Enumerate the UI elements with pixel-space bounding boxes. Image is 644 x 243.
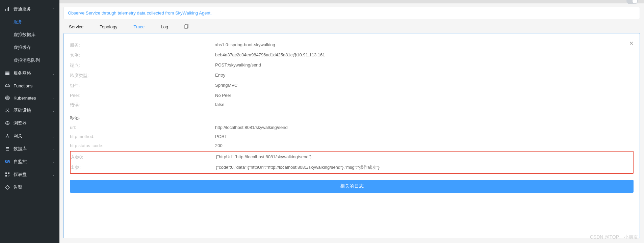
svg-point-9 [6, 111, 7, 112]
svg-point-13 [7, 134, 8, 135]
tag-row: url:http://localhost:8081/skywalking/sen… [70, 123, 634, 132]
chevron-down-icon: ⌄ [52, 72, 55, 75]
svg-rect-23 [9, 175, 9, 176]
tab-trace[interactable]: Trace [133, 24, 145, 29]
svg-rect-17 [6, 148, 9, 149]
svg-rect-5 [5, 74, 9, 75]
tag-row: http.method:POST [70, 132, 634, 141]
tab-service[interactable]: Service [69, 24, 83, 29]
sidebar-group-self-monitor[interactable]: SW 自监控 ⌄ [0, 155, 59, 168]
svg-rect-3 [5, 72, 9, 73]
copy-icon[interactable] [184, 24, 190, 29]
detail-row: Peer:No Peer [70, 91, 634, 100]
sidebar-group-kubernetes[interactable]: Kubernetes ⌄ [0, 92, 59, 104]
sidebar-group-infra[interactable]: 基础设施 ⌄ [0, 104, 59, 117]
svg-point-7 [6, 109, 7, 110]
info-banner: Observe Service through telemetry data c… [63, 7, 640, 19]
sidebar-group-database[interactable]: 数据库 ⌄ [0, 142, 59, 155]
param-row: 出参:{"code":0,"data":{"httpUrl":"http://l… [71, 162, 633, 172]
svg-rect-16 [6, 147, 9, 148]
layers-icon [5, 71, 10, 76]
tab-log[interactable]: Log [161, 24, 168, 29]
sidebar-item-alarm[interactable]: 告警 [0, 181, 59, 194]
main-content: Observe Service through telemetry data c… [59, 0, 644, 243]
top-strip [59, 0, 644, 3]
detail-row: 实例:beb4a37ac2c34ea984796ad1d425a81c@10.9… [70, 50, 634, 60]
sw-icon: SW [5, 159, 10, 164]
sidebar-item-functions[interactable]: Functions [0, 80, 59, 92]
trace-detail-panel: ✕ 服务:xhs1.0::spring-boot-skywalking 实例:b… [63, 33, 640, 238]
chevron-down-icon: ⌄ [52, 147, 55, 151]
detail-row: 服务:xhs1.0::spring-boot-skywalking [70, 40, 629, 50]
cloud-icon [5, 83, 10, 88]
tags-title: 标记. [70, 110, 634, 123]
tag-row: http.status_code:200 [70, 141, 634, 150]
svg-rect-1 [7, 8, 7, 11]
svg-rect-0 [5, 9, 6, 11]
sidebar-group-dashboard[interactable]: 仪表盘 ⌄ [0, 168, 59, 181]
alert-icon [5, 185, 10, 190]
sidebar-item-virtual-cache[interactable]: 虚拟缓存 [0, 41, 59, 54]
svg-point-11 [7, 110, 8, 111]
svg-rect-2 [8, 7, 9, 11]
svg-point-8 [8, 109, 9, 110]
gateway-icon [5, 133, 10, 139]
sidebar-item-browser[interactable]: 浏览器 [0, 117, 59, 130]
chevron-up-icon: ⌃ [52, 7, 55, 11]
theme-toggle[interactable] [626, 0, 638, 4]
bar-chart-icon [5, 6, 10, 12]
chevron-down-icon: ⌄ [52, 109, 55, 112]
param-row: 入参0:{"httpUrl":"http://localhost:8081/sk… [71, 152, 633, 162]
sidebar-item-virtual-mq[interactable]: 虚拟消息队列 [0, 54, 59, 67]
close-icon[interactable]: ✕ [629, 40, 634, 47]
svg-rect-20 [8, 172, 9, 174]
detail-row: 组件:SpringMVC [70, 81, 634, 91]
svg-rect-4 [5, 73, 9, 74]
globe-icon [5, 120, 10, 126]
svg-point-10 [8, 111, 9, 112]
detail-row: 跨度类型:Entry [70, 71, 634, 81]
svg-rect-18 [6, 150, 9, 151]
infra-icon [5, 108, 10, 113]
detail-row: 端点:POST:/skywalking/send [70, 60, 634, 71]
chevron-down-icon: ⌄ [52, 160, 55, 164]
sidebar-item-service[interactable]: 服务 [0, 16, 59, 28]
kubernetes-icon [5, 95, 10, 101]
params-highlight: 入参0:{"httpUrl":"http://localhost:8081/sk… [70, 151, 634, 174]
svg-rect-19 [5, 172, 7, 174]
sidebar: 普通服务 ⌃ 服务 虚拟数据库 虚拟缓存 虚拟消息队列 服务网格 ⌄ Funct… [0, 0, 59, 243]
detail-row: 错误:false [70, 100, 634, 110]
chevron-down-icon: ⌄ [52, 173, 55, 177]
svg-rect-24 [8, 176, 8, 177]
related-logs-button[interactable]: 相关的日志 [70, 180, 634, 193]
dashboard-icon [5, 172, 10, 177]
chevron-down-icon: ⌄ [52, 134, 55, 138]
tab-topology[interactable]: Topology [100, 24, 117, 29]
chevron-down-icon: ⌄ [52, 96, 55, 100]
sidebar-group-general-service[interactable]: 普通服务 ⌃ [0, 3, 59, 16]
svg-rect-27 [185, 25, 187, 28]
database-icon [5, 146, 10, 152]
svg-rect-21 [5, 175, 7, 177]
sidebar-item-virtual-db[interactable]: 虚拟数据库 [0, 28, 59, 41]
sidebar-group-mesh[interactable]: 服务网格 ⌄ [0, 67, 59, 80]
sidebar-group-gateway[interactable]: 网关 ⌄ [0, 130, 59, 142]
svg-rect-22 [8, 175, 8, 176]
sidebar-label: 普通服务 [14, 6, 52, 12]
svg-marker-25 [5, 185, 9, 189]
tab-bar: Service Topology Trace Log [59, 21, 644, 33]
